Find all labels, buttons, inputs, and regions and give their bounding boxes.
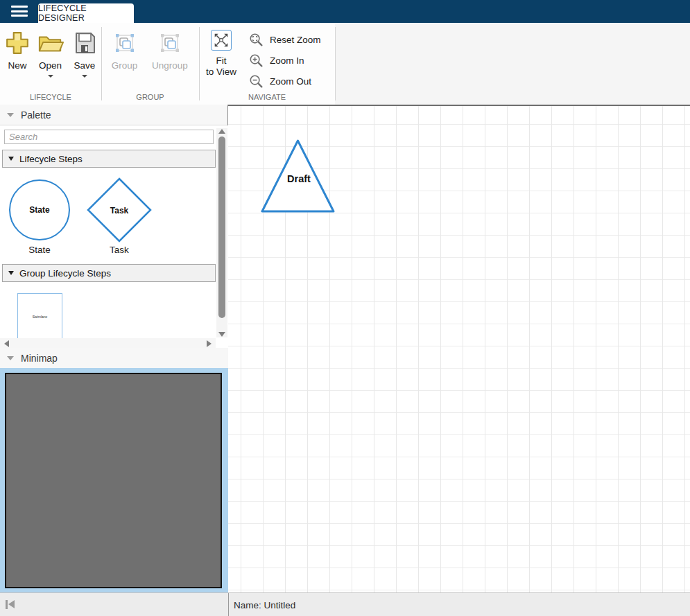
open-folder-icon (37, 28, 64, 58)
fit-to-view-label: Fit to View (206, 55, 236, 77)
palette-title: Palette (21, 109, 51, 121)
section-header-lifecycle-steps[interactable]: Lifecycle Steps (2, 150, 216, 168)
canvas-node-draft[interactable]: Draft (257, 137, 341, 217)
minimap-body (0, 368, 228, 592)
section-caret-icon (8, 157, 14, 161)
statusbar: Name: Untitled (0, 592, 690, 616)
new-button-label: New (8, 60, 26, 71)
zoom-out-label: Zoom Out (270, 76, 311, 87)
open-dropdown-arrow-icon[interactable] (48, 75, 53, 78)
fit-to-view-button[interactable]: Fit to View (203, 30, 239, 77)
collapse-panel-button[interactable] (6, 599, 17, 609)
search-input[interactable] (4, 130, 214, 144)
section-title: Group Lifecycle Steps (19, 268, 111, 279)
ribbon-separator (101, 27, 102, 100)
palette-body: Lifecycle Steps State Task State Task Gr… (0, 125, 228, 348)
ungroup-button-label: Ungroup (152, 60, 188, 71)
vertical-scrollbar-thumb[interactable] (218, 137, 225, 318)
state-caption: State (8, 245, 71, 255)
collapse-panel-icon (6, 600, 8, 609)
state-shape-text: State (29, 205, 49, 215)
zoom-out-button[interactable]: Zoom Out (249, 73, 311, 89)
section-title: Lifecycle Steps (19, 154, 83, 164)
open-button[interactable]: Open (33, 28, 67, 78)
minimap-title: Minimap (21, 353, 58, 364)
tab-lifecycle-designer[interactable]: LIFECYCLE DESIGNER (38, 3, 134, 23)
palette-header: Palette (0, 105, 227, 125)
palette-item-task-shape[interactable]: Task (86, 177, 153, 243)
minimap-collapse-icon[interactable] (7, 356, 14, 360)
group-button-label: Group (112, 60, 138, 71)
ribbon-section-label-group: GROUP (101, 93, 199, 103)
group-icon (114, 28, 135, 58)
scroll-left-arrow-icon[interactable] (4, 340, 9, 347)
tab-label: LIFECYCLE DESIGNER (38, 3, 134, 23)
minimap-header: Minimap (0, 348, 228, 369)
palette-horizontal-scrollbar[interactable] (0, 338, 216, 348)
zoom-out-icon (249, 74, 264, 89)
reset-zoom-icon (249, 33, 264, 47)
ribbon-toolbar: New Open Save (0, 23, 690, 105)
palette-collapse-icon[interactable] (7, 113, 14, 117)
ungroup-button[interactable]: Ungroup (146, 28, 194, 71)
lifecycle-designer-app: LIFECYCLE DESIGNER New Open (0, 0, 690, 616)
left-panel: Palette Lifecycle Steps State Task State… (0, 105, 228, 592)
new-button[interactable]: New (1, 28, 33, 71)
ribbon-section-label-lifecycle: LIFECYCLE (0, 93, 101, 103)
reset-zoom-label: Reset Zoom (270, 35, 321, 45)
section-caret-icon (8, 271, 14, 275)
ribbon-separator (199, 27, 200, 100)
collapse-panel-icon (8, 600, 15, 608)
hamburger-menu-icon[interactable] (11, 6, 28, 17)
save-button[interactable]: Save (69, 28, 101, 78)
task-caption: Task (88, 245, 150, 255)
titlebar: LIFECYCLE DESIGNER (0, 0, 690, 23)
zoom-in-label: Zoom In (270, 55, 304, 66)
ribbon-section-label-navigate: NAVIGATE (199, 93, 335, 103)
scroll-up-arrow-icon[interactable] (218, 129, 225, 134)
save-dropdown-arrow-icon[interactable] (82, 75, 87, 78)
scroll-right-arrow-icon[interactable] (207, 340, 212, 347)
group-button[interactable]: Group (105, 28, 144, 71)
ribbon-separator (335, 27, 336, 100)
task-shape-text: Task (110, 206, 129, 215)
save-floppy-icon (73, 28, 96, 58)
statusbar-divider (228, 593, 229, 616)
palette-item-swimlane-shape[interactable]: Swimlane (17, 293, 62, 340)
zoom-in-button[interactable]: Zoom In (249, 52, 304, 69)
new-plus-icon (5, 28, 30, 58)
open-button-label: Open (39, 60, 62, 71)
reset-zoom-button[interactable]: Reset Zoom (249, 31, 321, 48)
scroll-down-arrow-icon[interactable] (218, 332, 225, 337)
section-header-group-lifecycle-steps[interactable]: Group Lifecycle Steps (2, 264, 216, 282)
minimap-viewport[interactable] (5, 373, 222, 588)
status-name-label: Name: Untitled (234, 593, 295, 616)
diagram-canvas[interactable]: Draft (228, 105, 690, 592)
zoom-in-icon (249, 53, 264, 68)
fit-to-view-icon (211, 30, 232, 51)
palette-vertical-scrollbar[interactable] (216, 128, 227, 337)
save-button-label: Save (74, 60, 96, 71)
swimlane-shape-text: Swimlane (33, 315, 48, 319)
canvas-node-draft-label: Draft (287, 173, 311, 184)
ungroup-icon (159, 28, 180, 58)
palette-item-state-shape[interactable]: State (9, 179, 70, 240)
